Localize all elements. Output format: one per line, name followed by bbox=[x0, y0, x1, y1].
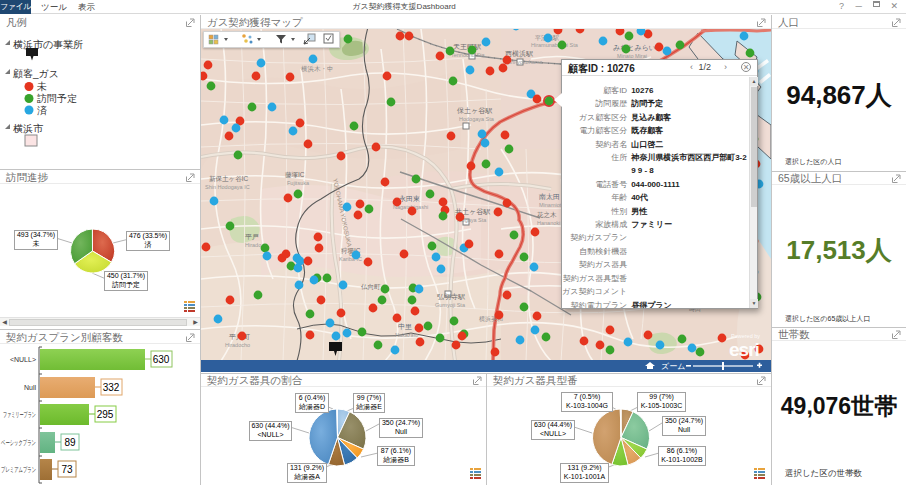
svg-text:保土ヶ谷駅: 保土ヶ谷駅 bbox=[457, 107, 492, 115]
svg-text:Gumyoji Sta: Gumyoji Sta bbox=[435, 302, 466, 308]
svg-text:<NULL>: <NULL> bbox=[10, 356, 36, 363]
svg-text:Tennocho Sta: Tennocho Sta bbox=[451, 52, 486, 58]
svg-text:みなとみらい: みなとみらい bbox=[613, 44, 656, 52]
svg-text:プレミアムプラン: プレミアムプラン bbox=[1, 466, 36, 473]
svg-text:南太田: 南太田 bbox=[539, 193, 560, 201]
svg-text:済: 済 bbox=[37, 105, 47, 116]
svg-text:訪問予定: 訪問予定 bbox=[37, 93, 77, 104]
svg-text:平戸: 平戸 bbox=[245, 233, 259, 241]
svg-text:花之木: 花之木 bbox=[536, 211, 557, 219]
svg-text:332: 332 bbox=[103, 382, 120, 393]
svg-text:ファミリープラン: ファミリープラン bbox=[3, 411, 36, 418]
svg-text:73: 73 bbox=[61, 464, 73, 475]
svg-text:esri: esri bbox=[729, 339, 759, 360]
svg-text:顧客_ガス: 顧客_ガス bbox=[13, 68, 59, 79]
svg-text:横浜市: 横浜市 bbox=[13, 123, 44, 134]
svg-text:未: 未 bbox=[36, 81, 47, 92]
svg-text:横浜木・中: 横浜木・中 bbox=[301, 65, 334, 73]
svg-text:Null: Null bbox=[24, 384, 37, 391]
svg-text:Fujitsuka: Fujitsuka bbox=[287, 180, 310, 186]
svg-text:Hiramunabashi Sta: Hiramunabashi Sta bbox=[531, 42, 579, 48]
svg-text:中里: 中里 bbox=[398, 323, 412, 330]
svg-text:Hodogaya Sta: Hodogaya Sta bbox=[459, 116, 495, 122]
svg-text:弘明寺駅: 弘明寺駅 bbox=[437, 293, 465, 300]
svg-text:Nakazato: Nakazato bbox=[395, 332, 418, 338]
svg-text:横浜市の事業所: 横浜市の事業所 bbox=[13, 39, 83, 50]
svg-text:天王町駅: 天王町駅 bbox=[453, 43, 481, 50]
svg-text:新保土ヶ谷IC: 新保土ヶ谷IC bbox=[209, 175, 248, 183]
svg-text:295: 295 bbox=[97, 409, 114, 420]
svg-text:Hiradocho: Hiradocho bbox=[225, 342, 250, 348]
svg-text:630: 630 bbox=[153, 354, 170, 365]
svg-text:Hananoki: Hananoki bbox=[537, 220, 560, 226]
svg-text:永田東: 永田東 bbox=[399, 195, 420, 203]
svg-text:ベーシックプラン: ベーシックプラン bbox=[1, 439, 36, 446]
svg-text:Hirado: Hirado bbox=[245, 242, 261, 248]
svg-text:Shin Hodogaya IC: Shin Hodogaya IC bbox=[205, 184, 250, 190]
svg-text:ズーム: ズーム bbox=[661, 362, 685, 371]
svg-text:仏向町: 仏向町 bbox=[360, 283, 381, 290]
svg-text:89: 89 bbox=[64, 437, 76, 448]
svg-text:藤塚IC: 藤塚IC bbox=[285, 171, 305, 178]
